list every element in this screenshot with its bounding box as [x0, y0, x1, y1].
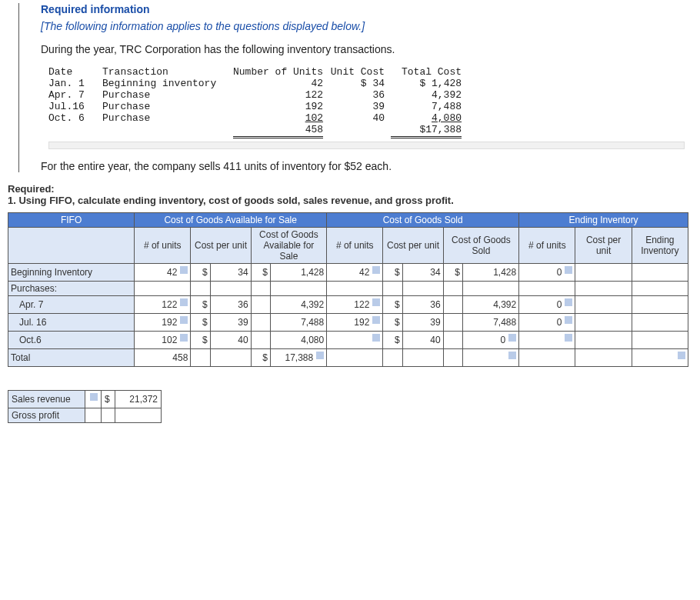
- col-ucost: Unit Cost: [329, 66, 391, 78]
- summary-table: Sales revenue $ 21,372 Gross profit: [8, 390, 162, 423]
- cell: 42: [233, 78, 329, 89]
- begin-s-cpu[interactable]: 34: [402, 264, 443, 282]
- cell: Jul.16: [48, 101, 102, 112]
- col-trans: Transaction: [102, 66, 233, 78]
- jul16-s-units[interactable]: 192: [327, 314, 383, 332]
- hdr-cogs: Cost of Goods Sold: [327, 213, 519, 228]
- oct6-e-units[interactable]: [519, 332, 575, 349]
- sub-cost-a: Cost of Goods Available for Sale: [251, 228, 327, 264]
- apr7-s-units[interactable]: 122: [327, 296, 383, 314]
- total-e-units[interactable]: [519, 349, 575, 367]
- cell: 40: [329, 112, 391, 124]
- scroll-hint: [48, 142, 685, 149]
- cell: 192: [233, 101, 329, 112]
- row-jul16: Jul. 16 192 $ 39 7,488 192 $ 39 7,488 0: [8, 314, 688, 332]
- required-label: Required:: [8, 183, 55, 195]
- apr7-s-cpu[interactable]: 36: [402, 296, 443, 314]
- sub-cost-e: Ending Inventory: [632, 228, 688, 264]
- gross-profit-value[interactable]: [115, 408, 162, 423]
- row-begin: Beginning Inventory 42 $ 34 $ 1,428 42 $…: [8, 264, 688, 282]
- jul16-a-cost[interactable]: 7,488: [270, 314, 326, 332]
- sub-cpu-s: Cost per unit: [383, 228, 443, 264]
- cell: Purchase: [102, 89, 233, 101]
- total-a-cost[interactable]: 17,388: [270, 349, 326, 367]
- ds: $: [251, 264, 270, 282]
- oct6-e-cost[interactable]: [632, 332, 688, 349]
- begin-e-cost[interactable]: [632, 264, 688, 282]
- total-units: 458: [305, 124, 323, 135]
- ds: $: [383, 314, 402, 332]
- jul16-a-units[interactable]: 192: [135, 314, 191, 332]
- oct6-s-cpu[interactable]: 40: [402, 332, 443, 349]
- col-date: Date: [48, 66, 102, 78]
- ds: $: [383, 264, 402, 282]
- oct6-s-units[interactable]: [327, 332, 383, 349]
- total-e-cost[interactable]: [632, 349, 688, 367]
- begin-a-cpu[interactable]: 34: [210, 264, 251, 282]
- cell: 122: [233, 89, 329, 101]
- apr7-e-units[interactable]: 0: [519, 296, 575, 314]
- ds: $: [102, 391, 115, 408]
- jul16-s-cost[interactable]: 7,488: [462, 314, 518, 332]
- sub-units-s: # of units: [327, 228, 383, 264]
- cell: $ 1,428: [391, 78, 468, 89]
- cell: 39: [329, 101, 391, 112]
- jul16-s-cpu[interactable]: 39: [402, 314, 443, 332]
- jul16-e-cost[interactable]: [632, 314, 688, 332]
- begin-s-units[interactable]: 42: [327, 264, 383, 282]
- oct6-e-cpu[interactable]: [575, 332, 632, 349]
- begin-e-cpu[interactable]: [575, 264, 632, 282]
- hdr-ei: Ending Inventory: [519, 213, 688, 228]
- cell: Apr. 7: [48, 89, 102, 101]
- begin-a-units[interactable]: 42: [135, 264, 191, 282]
- ds: $: [191, 264, 210, 282]
- cell: 36: [329, 89, 391, 101]
- label-total: Total: [8, 349, 135, 367]
- begin-s-cost[interactable]: 1,428: [462, 264, 518, 282]
- fifo-table: FIFO Cost of Goods Available for Sale Co…: [8, 212, 688, 367]
- fifo-title: FIFO: [8, 213, 135, 228]
- begin-e-units[interactable]: 0: [519, 264, 575, 282]
- sales-tag[interactable]: [85, 391, 102, 408]
- cell: 7,488: [391, 101, 468, 112]
- label-jul16: Jul. 16: [8, 314, 135, 332]
- oct6-a-cost[interactable]: 4,080: [270, 332, 326, 349]
- intro-text: During the year, TRC Corporation has the…: [41, 43, 692, 55]
- apr7-a-cost[interactable]: 4,392: [270, 296, 326, 314]
- apr7-a-units[interactable]: 122: [135, 296, 191, 314]
- apr7-s-cost[interactable]: 4,392: [462, 296, 518, 314]
- cell: 4,080: [391, 112, 468, 124]
- oct6-a-units[interactable]: 102: [135, 332, 191, 349]
- inventory-transactions-table: Date Transaction Number of Units Unit Co…: [48, 66, 468, 138]
- apr7-e-cpu[interactable]: [575, 296, 632, 314]
- ds: $: [251, 349, 270, 367]
- total-cost: $17,388: [419, 124, 462, 135]
- begin-a-cost[interactable]: 1,428: [270, 264, 326, 282]
- apr7-e-cost[interactable]: [632, 296, 688, 314]
- cell: Beginning inventory: [102, 78, 233, 89]
- row-apr7: Apr. 7 122 $ 36 4,392 122 $ 36 4,392 0: [8, 296, 688, 314]
- apr7-a-cpu[interactable]: 36: [210, 296, 251, 314]
- sub-cpu-e: Cost per unit: [575, 228, 632, 264]
- col-tcost: Total Cost: [391, 66, 468, 78]
- jul16-a-cpu[interactable]: 39: [210, 314, 251, 332]
- oct6-a-cpu[interactable]: 40: [210, 332, 251, 349]
- total-s-units[interactable]: [327, 349, 383, 367]
- jul16-e-units[interactable]: 0: [519, 314, 575, 332]
- row-purchases: Purchases:: [8, 282, 688, 296]
- oct6-s-cost[interactable]: 0: [462, 332, 518, 349]
- total-a-units: 458: [135, 349, 191, 367]
- cell: Purchase: [102, 112, 233, 124]
- sales-revenue-value[interactable]: 21,372: [115, 391, 162, 408]
- jul16-e-cpu[interactable]: [575, 314, 632, 332]
- cell: 4,392: [391, 89, 468, 101]
- cell: Jan. 1: [48, 78, 102, 89]
- gp-tag[interactable]: [85, 408, 102, 423]
- sub-cpu-a: Cost per unit: [191, 228, 251, 264]
- sales-text: For the entire year, the company sells 4…: [41, 160, 692, 172]
- total-s-cost[interactable]: [462, 349, 518, 367]
- sales-revenue-label: Sales revenue: [8, 391, 85, 408]
- label-apr7: Apr. 7: [8, 296, 135, 314]
- ds: $: [443, 264, 462, 282]
- gross-profit-label: Gross profit: [8, 408, 85, 423]
